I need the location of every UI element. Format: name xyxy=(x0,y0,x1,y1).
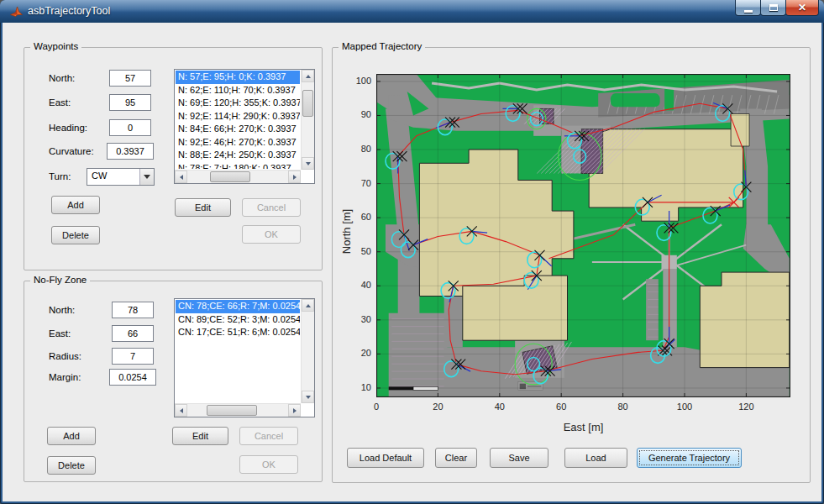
wp-north-field[interactable]: 57 xyxy=(109,70,151,87)
clear-button[interactable]: Clear xyxy=(435,448,477,468)
x-tick-label: 60 xyxy=(544,402,578,412)
nf-list-hscrollbar[interactable] xyxy=(175,403,301,417)
nofly-list-item[interactable]: CN: 78;CE: 66;R: 7;M: 0.0254 xyxy=(176,300,300,313)
nf-delete-button[interactable]: Delete xyxy=(47,456,96,475)
x-tick-label: 20 xyxy=(421,402,454,412)
nf-edit-button[interactable]: Edit xyxy=(172,427,228,445)
maximize-icon xyxy=(769,4,778,11)
titlebar[interactable]: asbTrajectoryTool ✕ xyxy=(0,0,824,23)
wp-turn-value: CW xyxy=(92,171,107,181)
arrow-right-icon xyxy=(293,408,297,413)
hscroll-thumb[interactable] xyxy=(210,171,250,182)
close-icon: ✕ xyxy=(798,2,806,13)
app-window: asbTrajectoryTool ✕ Waypoints North: 57 … xyxy=(0,0,824,504)
wp-list-hscrollbar[interactable] xyxy=(175,170,301,183)
trajectory-map[interactable] xyxy=(376,74,790,397)
load-button[interactable]: Load xyxy=(564,448,627,468)
chevron-down-icon xyxy=(144,175,150,179)
waypoints-list[interactable]: N: 57;E: 95;H: 0;K: 0.3937N: 62;E: 110;H… xyxy=(176,71,300,169)
wp-ok-button[interactable]: OK xyxy=(242,225,301,244)
waypoints-listbox[interactable]: N: 57;E: 95;H: 0;K: 0.3937N: 62;E: 110;H… xyxy=(174,69,315,184)
save-button[interactable]: Save xyxy=(490,448,548,468)
wp-east-label: East: xyxy=(49,97,71,108)
nf-list-vscrollbar[interactable] xyxy=(301,299,314,403)
wp-turn-dropdown-button[interactable] xyxy=(139,169,154,185)
wp-delete-button[interactable]: Delete xyxy=(51,226,100,244)
scroll-down-button[interactable] xyxy=(302,391,314,403)
nofly-list-item[interactable]: CN: 89;CE: 52;R: 3;M: 0.0254 xyxy=(176,313,300,327)
wp-curvature-label: Curvature: xyxy=(49,146,94,156)
map-panel-title: Mapped Trajectory xyxy=(339,41,425,51)
wp-east-field[interactable]: 95 xyxy=(109,94,151,111)
x-tick-label: 0 xyxy=(360,402,393,412)
window-title: asbTrajectoryTool xyxy=(28,5,110,17)
x-tick-label: 40 xyxy=(483,402,517,412)
nf-east-field[interactable]: 66 xyxy=(112,325,154,342)
waypoint-list-item[interactable]: N: 84;E: 66;H: 270;K: 0.3937 xyxy=(176,123,300,136)
scroll-right-button[interactable] xyxy=(288,404,301,417)
wp-edit-button[interactable]: Edit xyxy=(175,198,231,217)
scroll-up-button[interactable] xyxy=(302,299,314,312)
nf-radius-label: Radius: xyxy=(49,351,81,361)
y-tick-label: 80 xyxy=(339,144,371,154)
nofly-list-item[interactable]: CN: 17;CE: 51;R: 6;M: 0.0254 xyxy=(176,326,300,339)
scroll-up-button[interactable] xyxy=(302,70,314,82)
waypoint-list-item[interactable]: N: 92;E: 114;H: 290;K: 0.3937 xyxy=(176,110,300,123)
wp-cancel-button[interactable]: Cancel xyxy=(242,198,301,217)
arrow-down-icon xyxy=(306,162,311,165)
nofly-listbox[interactable]: CN: 78;CE: 66;R: 7;M: 0.0254CN: 89;CE: 5… xyxy=(174,298,315,417)
wp-add-button[interactable]: Add xyxy=(51,196,100,214)
x-tick-label: 120 xyxy=(729,402,763,412)
maximize-button[interactable] xyxy=(760,0,786,16)
arrow-left-icon xyxy=(180,408,183,413)
waypoint-list-item[interactable]: N: 69;E: 120;H: 355;K: 0.3937 xyxy=(176,97,300,110)
nf-ok-button[interactable]: OK xyxy=(239,455,298,474)
waypoints-panel-title: Waypoints xyxy=(30,41,81,51)
wp-heading-label: Heading: xyxy=(49,123,87,133)
wp-north-label: North: xyxy=(49,73,75,83)
waypoint-list-item[interactable]: N: 62;E: 110;H: 70;K: 0.3937 xyxy=(176,84,300,97)
wp-turn-dropdown[interactable]: CW xyxy=(87,168,155,186)
window-controls: ✕ xyxy=(736,0,819,17)
minimize-button[interactable] xyxy=(735,0,761,16)
y-tick-label: 40 xyxy=(339,280,371,290)
waypoint-list-item[interactable]: N: 78;E: 7;H: 180;K: 0.3937 xyxy=(176,162,300,170)
x-tick-label: 80 xyxy=(606,402,640,412)
load-default-button[interactable]: Load Default xyxy=(347,448,424,468)
arrow-up-icon xyxy=(306,75,311,78)
y-tick-label: 20 xyxy=(339,348,371,358)
scroll-down-button[interactable] xyxy=(302,157,314,170)
waypoint-list-item[interactable]: N: 88;E: 24;H: 250;K: 0.3937 xyxy=(176,149,300,162)
nf-add-button[interactable]: Add xyxy=(47,427,96,445)
nf-radius-field[interactable]: 7 xyxy=(112,348,154,365)
scroll-left-button[interactable] xyxy=(175,171,187,183)
vscroll-thumb[interactable] xyxy=(302,90,313,117)
nf-north-label: North: xyxy=(49,305,75,315)
y-tick-label: 90 xyxy=(339,109,371,119)
wp-curvature-field[interactable]: 0.3937 xyxy=(107,143,154,160)
scroll-left-button[interactable] xyxy=(175,404,187,417)
waypoint-list-item[interactable]: N: 92;E: 46;H: 270;K: 0.3937 xyxy=(176,136,300,150)
waypoint-list-item[interactable]: N: 57;E: 95;H: 0;K: 0.3937 xyxy=(176,71,300,84)
wp-list-vscrollbar[interactable] xyxy=(301,70,314,170)
close-button[interactable]: ✕ xyxy=(785,0,819,16)
wp-heading-field[interactable]: 0 xyxy=(109,119,151,136)
nf-north-field[interactable]: 78 xyxy=(112,302,154,318)
x-axis-label: East [m] xyxy=(376,421,790,433)
generate-trajectory-button[interactable]: Generate Trajectory xyxy=(637,448,742,468)
nofly-panel-title: No-Fly Zone xyxy=(30,275,90,285)
y-axis-label: North [m] xyxy=(340,186,353,278)
nf-east-label: East: xyxy=(49,328,71,339)
nf-margin-field[interactable]: 0.0254 xyxy=(109,369,156,386)
nofly-list[interactable]: CN: 78;CE: 66;R: 7;M: 0.0254CN: 89;CE: 5… xyxy=(176,300,300,402)
matlab-app-icon xyxy=(9,4,24,18)
nf-cancel-button[interactable]: Cancel xyxy=(239,427,298,445)
arrow-up-icon xyxy=(306,304,311,307)
hscroll-thumb[interactable] xyxy=(207,405,257,416)
x-tick-label: 100 xyxy=(668,402,701,412)
scroll-right-button[interactable] xyxy=(288,171,301,183)
arrow-right-icon xyxy=(293,175,297,180)
y-tick-label: 100 xyxy=(339,76,371,86)
y-tick-label: 10 xyxy=(339,382,371,392)
arrow-down-icon xyxy=(306,396,311,399)
